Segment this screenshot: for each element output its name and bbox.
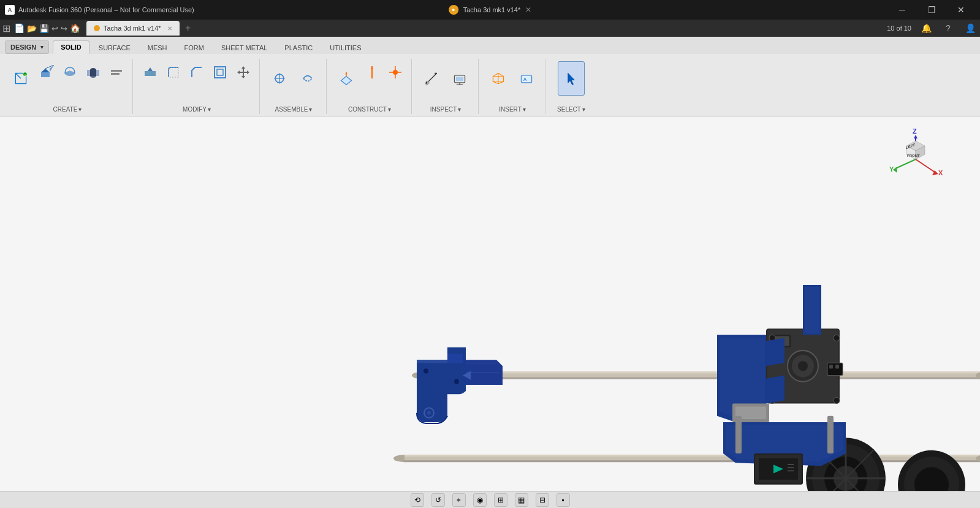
viewport[interactable]: Z X Y FRONT LEFT xyxy=(0,116,980,491)
tool-hole[interactable] xyxy=(82,61,104,83)
status-snap-icon[interactable]: ⌖ xyxy=(452,493,466,507)
tool-shell[interactable] xyxy=(209,61,231,83)
ribbon-content: + xyxy=(0,54,980,116)
home-icon[interactable]: 🏠 xyxy=(70,23,80,33)
svg-rect-20 xyxy=(217,69,223,75)
status-bar: ⟲ ↺ ⌖ ◉ ⊞ ▦ ⊟ ▪ xyxy=(0,491,980,508)
create-tools: + xyxy=(7,59,127,105)
group-create: + xyxy=(2,59,133,114)
svg-rect-15 xyxy=(111,73,120,75)
tab-form[interactable]: FORM xyxy=(177,41,212,54)
svg-rect-4 xyxy=(41,72,50,77)
modify-arrow-icon: ▾ xyxy=(208,106,211,113)
tab-label: Tacha 3d mk1 v14* xyxy=(104,25,161,32)
create-arrow-icon: ▾ xyxy=(78,106,82,113)
svg-rect-94 xyxy=(735,416,742,453)
save-file-icon[interactable]: 💾 xyxy=(39,24,49,33)
group-modify: MODIFY ▾ xyxy=(134,59,260,114)
tool-extrude[interactable] xyxy=(36,61,58,83)
tool-joint[interactable] xyxy=(266,61,293,96)
select-arrow-icon: ▾ xyxy=(582,106,585,113)
tab-mesh[interactable]: MESH xyxy=(140,41,175,54)
help-icon[interactable]: ? xyxy=(941,21,955,36)
modify-label: MODIFY ▾ xyxy=(183,105,211,114)
user-avatar-icon[interactable]: 👤 xyxy=(963,21,978,36)
svg-rect-59 xyxy=(405,460,980,462)
construct-tools xyxy=(333,59,406,105)
ribbon: DESIGN ▾ SOLID SURFACE MESH FORM SHEET M… xyxy=(0,37,980,116)
tab-plastic[interactable]: PLASTIC xyxy=(276,41,321,54)
tool-revolve[interactable] xyxy=(59,61,81,83)
svg-point-71 xyxy=(798,361,808,371)
status-display-icon[interactable]: ▪ xyxy=(556,493,570,507)
tool-create-more[interactable] xyxy=(105,61,127,83)
tool-display-settings[interactable] xyxy=(446,61,473,96)
close-button[interactable]: ✕ xyxy=(947,0,975,20)
tool-insert-mesh[interactable] xyxy=(485,61,512,96)
tool-plane[interactable] xyxy=(333,61,360,96)
tool-chamfer[interactable] xyxy=(186,61,208,83)
status-look-icon[interactable]: ◉ xyxy=(473,493,487,507)
tool-axis[interactable] xyxy=(361,61,383,83)
title-bar-text: Autodesk Fusion 360 (Personal – Not for … xyxy=(18,6,194,13)
svg-point-75 xyxy=(834,397,840,403)
tab-counter: 10 of 10 xyxy=(887,25,911,32)
tool-measure[interactable] xyxy=(418,61,445,96)
assemble-arrow-icon: ▾ xyxy=(309,106,312,113)
design-button[interactable]: DESIGN ▾ xyxy=(5,40,49,54)
svg-point-62 xyxy=(427,411,431,415)
view-cube[interactable]: Z X Y FRONT LEFT xyxy=(888,129,943,184)
tab-solid[interactable]: SOLID xyxy=(53,40,89,54)
tool-decal[interactable]: A xyxy=(513,61,540,96)
tool-press-pull[interactable] xyxy=(139,61,161,83)
status-view-icon[interactable]: ⊟ xyxy=(536,493,549,507)
svg-point-63 xyxy=(424,368,428,373)
status-rotate-icon[interactable]: ⟲ xyxy=(411,493,424,507)
svg-text:+: + xyxy=(24,72,26,76)
apps-grid-icon[interactable]: ⊞ xyxy=(2,23,10,34)
svg-rect-19 xyxy=(215,67,226,78)
tool-select[interactable] xyxy=(558,61,585,96)
tool-motion[interactable] xyxy=(294,61,321,96)
svg-rect-76 xyxy=(827,363,843,375)
svg-marker-27 xyxy=(345,72,347,74)
design-label: DESIGN xyxy=(10,44,36,51)
notification-bell-icon[interactable]: 🔔 xyxy=(919,21,933,36)
tab-utilities[interactable]: UTILITIES xyxy=(322,41,369,54)
tab-sheet-metal[interactable]: SHEET METAL xyxy=(213,41,275,54)
minimize-button[interactable]: ─ xyxy=(888,0,916,20)
svg-marker-21 xyxy=(237,66,249,78)
select-tools xyxy=(558,59,585,105)
tool-move[interactable] xyxy=(232,61,254,83)
svg-marker-104 xyxy=(914,135,917,138)
svg-rect-77 xyxy=(829,365,833,368)
maximize-button[interactable]: ❐ xyxy=(917,0,946,20)
svg-text:X: X xyxy=(938,169,943,176)
add-tab-button[interactable]: + xyxy=(181,21,196,36)
inspect-arrow-icon: ▾ xyxy=(458,106,461,113)
tool-fillet[interactable] xyxy=(162,61,184,83)
tab-surface[interactable]: SURFACE xyxy=(91,41,139,54)
assemble-label: ASSEMBLE ▾ xyxy=(275,105,313,114)
tab-close-icon[interactable]: ✕ xyxy=(167,25,172,32)
status-orbit-icon[interactable]: ↺ xyxy=(431,493,445,507)
svg-rect-54 xyxy=(423,377,980,379)
svg-line-109 xyxy=(895,159,916,169)
tool-point[interactable] xyxy=(384,61,406,83)
tool-new-sketch[interactable]: + xyxy=(7,61,34,96)
svg-rect-16 xyxy=(145,71,156,76)
tab-bar: ⊞ 📄 📂 💾 ↩ ↪ 🏠 Tacha 3d mk1 v14* ✕ + 10 o… xyxy=(0,20,980,37)
status-grid-icon[interactable]: ⊞ xyxy=(494,493,507,507)
redo-icon[interactable]: ↪ xyxy=(61,24,67,33)
new-file-icon[interactable]: 📄 xyxy=(14,23,25,33)
active-tab[interactable]: Tacha 3d mk1 v14* ✕ xyxy=(86,21,180,36)
status-section-icon[interactable]: ▦ xyxy=(515,493,528,507)
open-file-icon[interactable]: 📂 xyxy=(27,24,37,33)
svg-rect-43 xyxy=(456,77,463,81)
group-assemble: ASSEMBLE ▾ xyxy=(261,59,327,114)
insert-label: INSERT ▾ xyxy=(499,105,526,114)
undo-icon[interactable]: ↩ xyxy=(51,24,58,33)
title-close-icon[interactable]: ✕ xyxy=(525,6,531,14)
model-svg xyxy=(0,116,980,491)
svg-line-1 xyxy=(15,73,21,78)
